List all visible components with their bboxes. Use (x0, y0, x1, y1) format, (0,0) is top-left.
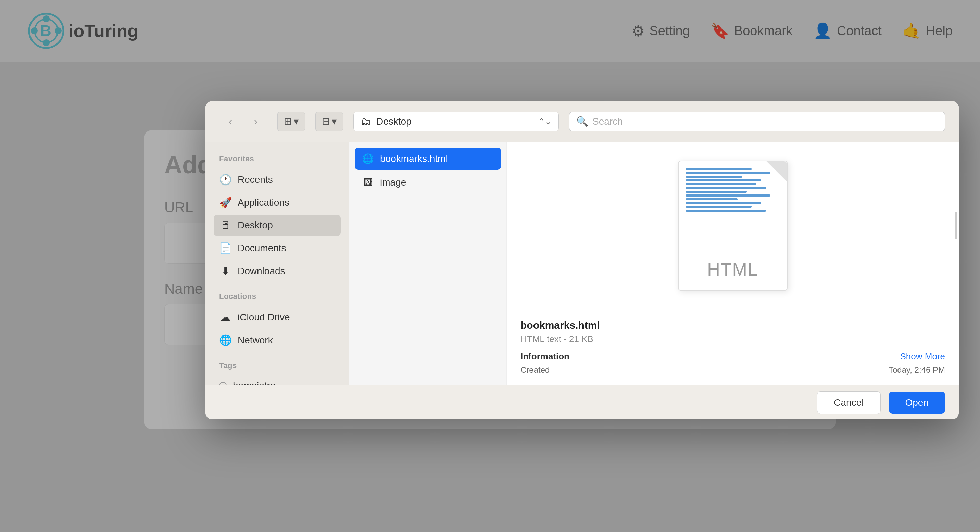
open-button[interactable]: Open (889, 392, 945, 414)
show-more-link[interactable]: Show More (900, 351, 945, 362)
locations-section: Locations ☁ iCloud Drive 🌐 Network (214, 292, 341, 351)
sidebar-item-downloads[interactable]: ⬇ Downloads (214, 260, 341, 282)
sidebar-item-desktop-label: Desktop (238, 220, 273, 231)
toolbar-nav: ‹ › (219, 113, 267, 130)
preview-area: HTML bookmarks.html HTML text - 21 KB In… (507, 142, 959, 385)
file-item-image[interactable]: 🖼 image (355, 171, 501, 194)
tag-homeintro-label: homeintro (233, 380, 276, 385)
sidebar-item-network[interactable]: 🌐 Network (214, 329, 341, 351)
recents-icon: 🕐 (219, 173, 231, 186)
grid-view-chevron: ▾ (332, 116, 337, 127)
file-item-bookmarks-label: bookmarks.html (380, 153, 448, 164)
bookmarks-file-icon: 🌐 (361, 153, 374, 164)
desktop-icon: 🖥 (219, 219, 231, 231)
search-bar[interactable]: 🔍 Search (569, 111, 945, 132)
file-content-preview (686, 168, 780, 237)
sidebar-item-documents[interactable]: 📄 Documents (214, 237, 341, 259)
files-and-preview: 🌐 bookmarks.html 🖼 image (349, 142, 959, 385)
downloads-icon: ⬇ (219, 265, 231, 277)
file-list: 🌐 bookmarks.html 🖼 image (349, 142, 507, 385)
sidebar-item-documents-label: Documents (238, 243, 286, 254)
file-preview-icon: HTML (678, 160, 788, 291)
sidebar-item-downloads-label: Downloads (238, 266, 285, 276)
back-button[interactable]: ‹ (219, 113, 242, 130)
applications-icon: 🚀 (219, 197, 231, 208)
file-picker-dialog: ‹ › ⊞ ▾ ⊟ ▾ 🗂 Desktop ⌃⌄ 🔍 Search Favori… (205, 101, 959, 419)
location-folder-icon: 🗂 (361, 116, 371, 127)
file-item-bookmarks[interactable]: 🌐 bookmarks.html (355, 148, 501, 170)
icloud-icon: ☁ (219, 311, 231, 323)
grid-view-button[interactable]: ⊟ ▾ (315, 111, 343, 132)
cancel-button[interactable]: Cancel (817, 391, 880, 414)
sidebar-item-desktop[interactable]: 🖥 Desktop (214, 214, 341, 236)
documents-icon: 📄 (219, 242, 231, 254)
file-info-section: Information Show More (520, 351, 945, 362)
preview-content: HTML (507, 142, 959, 309)
picker-bottom-bar: Cancel Open (205, 385, 959, 419)
tag-dot-homeintro (219, 382, 227, 385)
file-item-image-label: image (380, 177, 406, 188)
column-view-chevron: ▾ (294, 116, 299, 127)
forward-button[interactable]: › (245, 113, 267, 130)
sidebar-item-network-label: Network (238, 335, 273, 346)
favorites-title: Favorites (214, 154, 341, 163)
scroll-indicator[interactable] (955, 212, 958, 239)
picker-toolbar: ‹ › ⊞ ▾ ⊟ ▾ 🗂 Desktop ⌃⌄ 🔍 Search (205, 101, 959, 142)
created-row: Created Today, 2:46 PM (520, 365, 945, 375)
sidebar-item-recents[interactable]: 🕐 Recents (214, 169, 341, 191)
picker-sidebar: Favorites 🕐 Recents 🚀 Applications 🖥 Des… (205, 142, 349, 385)
created-label: Created (520, 365, 550, 375)
locations-title: Locations (214, 292, 341, 301)
column-view-icon: ⊞ (284, 116, 292, 127)
column-view-button[interactable]: ⊞ ▾ (277, 111, 305, 132)
location-text: Desktop (376, 116, 412, 127)
sidebar-item-recents-label: Recents (238, 174, 273, 185)
network-icon: 🌐 (219, 334, 231, 346)
info-label: Information (520, 351, 570, 362)
tags-section: Tags homeintro Đỏ Cam Vàng (214, 361, 341, 385)
file-info-panel: bookmarks.html HTML text - 21 KB Informa… (507, 309, 959, 385)
file-type-label: HTML (707, 259, 759, 280)
preview-file-type: HTML text - 21 KB (520, 334, 945, 345)
sidebar-item-applications-label: Applications (238, 197, 290, 208)
grid-view-icon: ⊟ (322, 116, 330, 127)
location-chevron-icon: ⌃⌄ (538, 117, 552, 126)
search-icon: 🔍 (576, 116, 588, 127)
picker-main: Favorites 🕐 Recents 🚀 Applications 🖥 Des… (205, 142, 959, 385)
favorites-section: Favorites 🕐 Recents 🚀 Applications 🖥 Des… (214, 154, 341, 282)
tags-title: Tags (214, 361, 341, 370)
sidebar-item-icloud-label: iCloud Drive (238, 312, 290, 323)
search-placeholder: Search (592, 116, 623, 127)
image-file-icon: 🖼 (361, 177, 374, 188)
sidebar-item-applications[interactable]: 🚀 Applications (214, 192, 341, 213)
location-bar[interactable]: 🗂 Desktop ⌃⌄ (353, 111, 559, 132)
sidebar-item-homeintro[interactable]: homeintro (214, 376, 341, 385)
sidebar-item-icloud[interactable]: ☁ iCloud Drive (214, 306, 341, 328)
created-value: Today, 2:46 PM (889, 365, 945, 375)
preview-file-name: bookmarks.html (520, 319, 945, 331)
